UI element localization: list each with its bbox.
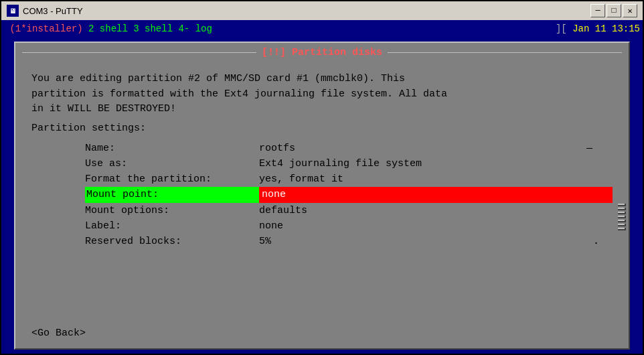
scrollbar-tick <box>618 204 626 206</box>
tab-1[interactable]: (1*installer) <box>9 23 82 34</box>
tab-sep-2 <box>128 23 133 34</box>
title-bar-left: 🖥 COM3 - PuTTY <box>7 5 83 17</box>
scrollbar[interactable] <box>618 204 626 230</box>
table-row[interactable]: Name: rootfs — <box>85 141 613 156</box>
bracket-left <box>4 23 9 34</box>
tab-sep-3 <box>173 23 178 34</box>
row-indicator-reserved: . <box>593 234 613 249</box>
row-val-mountopts: defaults <box>259 203 307 218</box>
settings-label: Partition settings: <box>31 123 613 134</box>
tab-date: ][ Jan 11 13:15 <box>556 23 640 34</box>
row-key-format: Format the partition: <box>85 171 259 187</box>
go-back-button[interactable]: <Go Back> <box>31 328 86 339</box>
scrollbar-tick <box>618 208 626 210</box>
minimize-button[interactable]: — <box>590 4 605 17</box>
row-val-mountpoint: none <box>259 187 613 202</box>
table-row[interactable]: Label: none <box>85 218 613 234</box>
terminal-area: [!!] Partition disks You are editing par… <box>1 38 643 354</box>
title-bar: 🖥 COM3 - PuTTY — □ ✕ <box>1 1 643 20</box>
table-row-mount-point[interactable]: Mount point: none <box>85 187 613 202</box>
desc-line-3: in it WILL BE DESTROYED! <box>31 102 613 117</box>
description-block: You are editing partition #2 of MMC/SD c… <box>31 72 613 117</box>
tab-sep-1 <box>83 23 88 34</box>
row-val-useas: Ext4 journaling file system <box>259 156 422 171</box>
settings-table: Name: rootfs — Use as: Ext4 journaling f… <box>31 141 613 250</box>
row-key-label: Label: <box>85 218 259 234</box>
row-key-name: Name: <box>85 141 259 156</box>
table-row[interactable]: Mount options: defaults <box>85 203 613 218</box>
row-key-useas: Use as: <box>85 156 259 171</box>
title-bar-buttons: — □ ✕ <box>590 4 637 17</box>
row-val-label: none <box>259 218 283 234</box>
row-indicator-name: — <box>586 141 613 156</box>
desc-line-1: You are editing partition #2 of MMC/SD c… <box>31 72 613 87</box>
tab-4[interactable]: 4- log <box>178 23 212 34</box>
dialog-content: You are editing partition #2 of MMC/SD c… <box>15 61 629 318</box>
dialog-box: [!!] Partition disks You are editing par… <box>14 42 630 350</box>
putty-icon: 🖥 <box>7 5 19 17</box>
scrollbar-tick <box>618 220 626 222</box>
dialog-title: [!!] Partition disks <box>256 47 388 58</box>
scrollbar-tick <box>618 228 626 230</box>
table-row[interactable]: Reserved blocks: 5% . <box>85 234 613 249</box>
row-key-reserved: Reserved blocks: <box>85 234 259 249</box>
table-row[interactable]: Format the partition: yes, format it <box>85 171 613 187</box>
go-back-area: <Go Back> <box>15 318 629 348</box>
dialog-title-bar: [!!] Partition disks <box>15 43 629 61</box>
row-key-mountpoint: Mount point: <box>85 187 259 202</box>
table-row[interactable]: Use as: Ext4 journaling file system <box>85 156 613 171</box>
bracket-date-left: ][ <box>556 23 572 34</box>
scrollbar-tick <box>618 216 626 218</box>
close-button[interactable]: ✕ <box>623 4 637 17</box>
window: 🖥 COM3 - PuTTY — □ ✕ (1*installer) 2 she… <box>0 0 644 355</box>
tab-2[interactable]: 2 shell <box>88 23 128 34</box>
tab-bar-content: (1*installer) 2 shell 3 shell 4- log ][ … <box>4 23 640 34</box>
desc-line-2: partition is formatted with the Ext4 jou… <box>31 87 613 102</box>
row-key-mountopts: Mount options: <box>85 203 259 218</box>
scrollbar-tick <box>618 212 626 214</box>
date-value: Jan 11 13:15 <box>572 23 640 34</box>
row-val-reserved: 5% <box>259 234 271 249</box>
row-val-name: rootfs <box>259 141 295 156</box>
maximize-button[interactable]: □ <box>607 4 621 17</box>
window-title: COM3 - PuTTY <box>23 6 83 16</box>
row-val-format: yes, format it <box>259 171 343 187</box>
tab-3[interactable]: 3 shell <box>133 23 173 34</box>
scrollbar-tick <box>618 224 626 226</box>
tab-bar: (1*installer) 2 shell 3 shell 4- log ][ … <box>1 20 643 38</box>
